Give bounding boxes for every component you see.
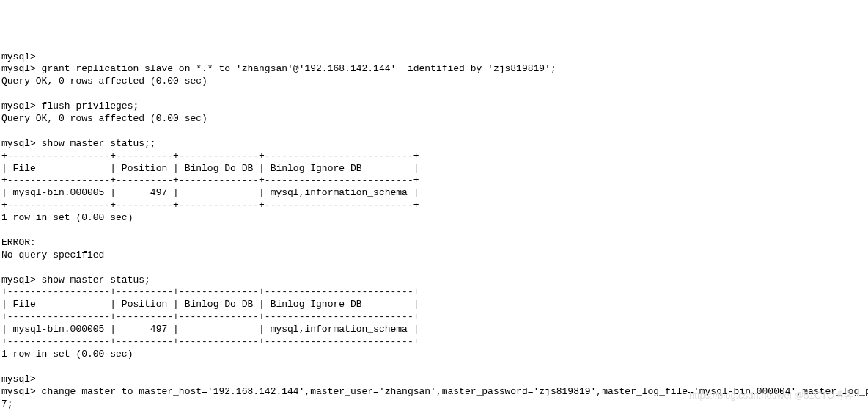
terminal-line: ERROR: bbox=[1, 237, 36, 248]
terminal-line: +------------------+----------+---------… bbox=[1, 200, 419, 211]
terminal-line: Query OK, 0 rows affected (0.00 sec) bbox=[1, 113, 207, 124]
terminal-line: +------------------+----------+---------… bbox=[1, 175, 419, 186]
terminal-line: 1 row in set (0.00 sec) bbox=[1, 349, 133, 360]
terminal-line: Query OK, 0 rows affected (0.00 sec) bbox=[1, 76, 207, 87]
terminal-line: +------------------+----------+---------… bbox=[1, 336, 419, 347]
terminal-line: mysql> bbox=[1, 51, 36, 62]
terminal-line: +------------------+----------+---------… bbox=[1, 311, 419, 322]
terminal-line: +------------------+----------+---------… bbox=[1, 150, 419, 161]
terminal-line: No query specified bbox=[1, 250, 104, 261]
terminal-line: 1 row in set (0.00 sec) bbox=[1, 212, 133, 223]
terminal-line: +------------------+----------+---------… bbox=[1, 286, 419, 297]
terminal-line: mysql> grant replication slave on *.* to… bbox=[1, 63, 556, 74]
terminal-line: mysql> bbox=[1, 374, 36, 385]
terminal-output[interactable]: mysql> mysql> grant replication slave on… bbox=[1, 51, 867, 411]
watermark-text: https://blog.csdn.net/wei @51CTO博客 bbox=[689, 390, 853, 402]
terminal-line: mysql> show master status;; bbox=[1, 138, 156, 149]
terminal-line: | File | Position | Binlog_Do_DB | Binlo… bbox=[1, 299, 419, 310]
terminal-line: mysql> show master status; bbox=[1, 274, 150, 285]
terminal-line: 7; bbox=[1, 399, 13, 410]
terminal-line: mysql> flush privileges; bbox=[1, 101, 139, 112]
terminal-line: | mysql-bin.000005 | 497 | | mysql,infor… bbox=[1, 324, 419, 335]
terminal-line: | mysql-bin.000005 | 497 | | mysql,infor… bbox=[1, 187, 419, 198]
terminal-line: | File | Position | Binlog_Do_DB | Binlo… bbox=[1, 163, 419, 174]
